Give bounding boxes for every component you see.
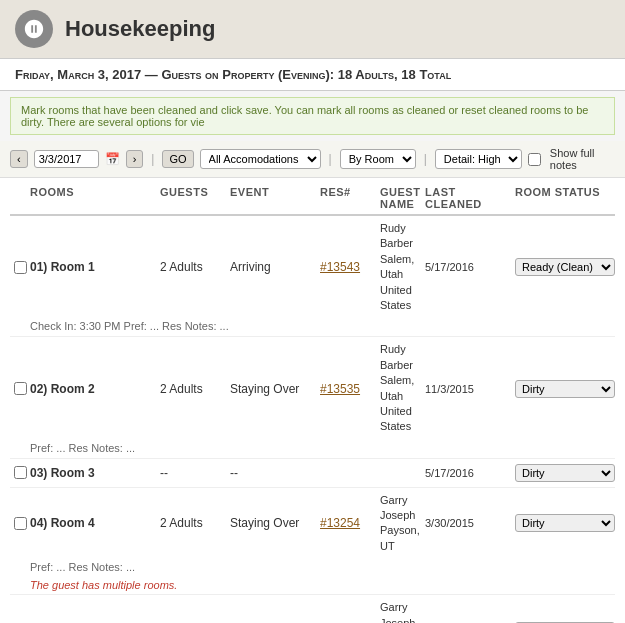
status-select[interactable]: Ready (Clean)DirtyRefreshInspectOut of S… bbox=[515, 258, 615, 276]
guests-cell: 2 Adults bbox=[160, 516, 230, 530]
col-res: RES# bbox=[320, 186, 380, 210]
status-select[interactable]: Ready (Clean)DirtyRefreshInspectOut of S… bbox=[515, 514, 615, 532]
last-cleaned-cell: 5/17/2016 bbox=[425, 467, 515, 479]
toolbar-separator: | bbox=[151, 152, 154, 166]
table-container: ROOMS GUESTS EVENT RES# GUEST NAME LAST … bbox=[0, 178, 625, 623]
guest-name: Rudy BarberSalem, Utah United States bbox=[380, 342, 425, 434]
col-event: EVENT bbox=[230, 186, 320, 210]
calendar-icon: 📅 bbox=[105, 152, 120, 166]
event-cell: Arriving bbox=[230, 260, 320, 274]
room-checkbox[interactable] bbox=[14, 382, 27, 395]
room-name: 02) Room 2 bbox=[30, 382, 160, 396]
res-link[interactable]: #13543 bbox=[320, 260, 360, 274]
status-cell: Ready (Clean)DirtyRefreshInspectOut of S… bbox=[515, 464, 615, 482]
room-checkbox[interactable] bbox=[14, 261, 27, 274]
guest-name: Garry JosephPayson, UT bbox=[380, 600, 425, 623]
date-bar: Friday, March 3, 2017 — Guests on Proper… bbox=[0, 59, 625, 91]
toolbar: ‹ 📅 › | GO All Accomodations | By Room |… bbox=[0, 141, 625, 178]
prev-date-button[interactable]: ‹ bbox=[10, 150, 28, 168]
next-date-button[interactable]: › bbox=[126, 150, 144, 168]
accommodation-select[interactable]: All Accomodations bbox=[200, 149, 321, 169]
by-select[interactable]: By Room bbox=[340, 149, 416, 169]
info-bar: Mark rooms that have been cleaned and cl… bbox=[10, 97, 615, 135]
room-main-row: 03) Room 3 -- -- 5/17/2016 Ready (Clean)… bbox=[10, 459, 615, 487]
room-main-row: 05) Room 5 2 Adults Staying Over #13254 … bbox=[10, 595, 615, 623]
guest-name-cell: Rudy BarberSalem, Utah United States bbox=[380, 221, 425, 313]
res-cell: #13254 bbox=[320, 516, 380, 530]
show-full-notes-label: Show full notes bbox=[550, 147, 615, 171]
room-main-row: 01) Room 1 2 Adults Arriving #13543 Rudy… bbox=[10, 216, 615, 318]
guests-cell: 2 Adults bbox=[160, 382, 230, 396]
housekeeping-icon bbox=[15, 10, 53, 48]
room-note: The guest has multiple rooms. bbox=[10, 577, 615, 594]
toolbar-separator3: | bbox=[424, 152, 427, 166]
last-cleaned-cell: 11/3/2015 bbox=[425, 383, 515, 395]
event-cell: Staying Over bbox=[230, 382, 320, 396]
info-bar-text: Mark rooms that have been cleaned and cl… bbox=[21, 104, 588, 128]
table-body: 01) Room 1 2 Adults Arriving #13543 Rudy… bbox=[10, 216, 615, 623]
col-room-status: ROOM STATUS bbox=[515, 186, 615, 210]
event-cell: Staying Over bbox=[230, 516, 320, 530]
table-header: ROOMS GUESTS EVENT RES# GUEST NAME LAST … bbox=[10, 178, 615, 216]
guest-name-cell: Rudy BarberSalem, Utah United States bbox=[380, 342, 425, 434]
last-cleaned-cell: 5/17/2016 bbox=[425, 261, 515, 273]
event-cell: -- bbox=[230, 466, 320, 480]
row-checkbox-cell bbox=[10, 466, 30, 479]
room-name: 01) Room 1 bbox=[30, 260, 160, 274]
col-check bbox=[10, 186, 30, 210]
room-sub-info: Pref: ... Res Notes: ... bbox=[10, 440, 615, 458]
table-row: 01) Room 1 2 Adults Arriving #13543 Rudy… bbox=[10, 216, 615, 337]
guest-name-cell: Garry JosephPayson, UT bbox=[380, 600, 425, 623]
date-bar-text: Friday, March 3, 2017 — Guests on Proper… bbox=[15, 67, 610, 82]
col-rooms: ROOMS bbox=[30, 186, 160, 210]
status-cell: Ready (Clean)DirtyRefreshInspectOut of S… bbox=[515, 514, 615, 532]
table-row: 03) Room 3 -- -- 5/17/2016 Ready (Clean)… bbox=[10, 459, 615, 488]
room-checkbox[interactable] bbox=[14, 517, 27, 530]
room-main-row: 02) Room 2 2 Adults Staying Over #13535 … bbox=[10, 337, 615, 439]
room-checkbox[interactable] bbox=[14, 466, 27, 479]
table-row: 04) Room 4 2 Adults Staying Over #13254 … bbox=[10, 488, 615, 596]
last-cleaned-cell: 3/30/2015 bbox=[425, 517, 515, 529]
go-button[interactable]: GO bbox=[162, 150, 193, 168]
room-sub-info: Pref: ... Res Notes: ... bbox=[10, 559, 615, 577]
room-sub-info: Check In: 3:30 PM Pref: ... Res Notes: .… bbox=[10, 318, 615, 336]
detail-select[interactable]: Detail: High bbox=[435, 149, 522, 169]
table-row: 05) Room 5 2 Adults Staying Over #13254 … bbox=[10, 595, 615, 623]
col-guests: GUESTS bbox=[160, 186, 230, 210]
room-main-row: 04) Room 4 2 Adults Staying Over #13254 … bbox=[10, 488, 615, 560]
room-name: 03) Room 3 bbox=[30, 466, 160, 480]
col-last-cleaned: LAST CLEANED bbox=[425, 186, 515, 210]
show-full-notes-checkbox[interactable] bbox=[528, 153, 541, 166]
guests-cell: 2 Adults bbox=[160, 260, 230, 274]
row-checkbox-cell bbox=[10, 261, 30, 274]
status-cell: Ready (Clean)DirtyRefreshInspectOut of S… bbox=[515, 258, 615, 276]
res-cell: #13543 bbox=[320, 260, 380, 274]
table-row: 02) Room 2 2 Adults Staying Over #13535 … bbox=[10, 337, 615, 458]
guest-name: Rudy BarberSalem, Utah United States bbox=[380, 221, 425, 313]
row-checkbox-cell bbox=[10, 517, 30, 530]
page-title: Housekeeping bbox=[65, 16, 215, 42]
col-guest-name: GUEST NAME bbox=[380, 186, 425, 210]
status-cell: Ready (Clean)DirtyRefreshInspectOut of S… bbox=[515, 380, 615, 398]
guest-name-cell: Garry JosephPayson, UT bbox=[380, 493, 425, 555]
res-link[interactable]: #13254 bbox=[320, 516, 360, 530]
toolbar-separator2: | bbox=[329, 152, 332, 166]
guest-name: Garry JosephPayson, UT bbox=[380, 493, 425, 555]
row-checkbox-cell bbox=[10, 382, 30, 395]
res-cell: #13535 bbox=[320, 382, 380, 396]
date-input[interactable] bbox=[34, 150, 99, 168]
room-name: 04) Room 4 bbox=[30, 516, 160, 530]
guests-cell: -- bbox=[160, 466, 230, 480]
header: Housekeeping bbox=[0, 0, 625, 59]
status-select[interactable]: Ready (Clean)DirtyRefreshInspectOut of S… bbox=[515, 380, 615, 398]
res-link[interactable]: #13535 bbox=[320, 382, 360, 396]
status-select[interactable]: Ready (Clean)DirtyRefreshInspectOut of S… bbox=[515, 464, 615, 482]
